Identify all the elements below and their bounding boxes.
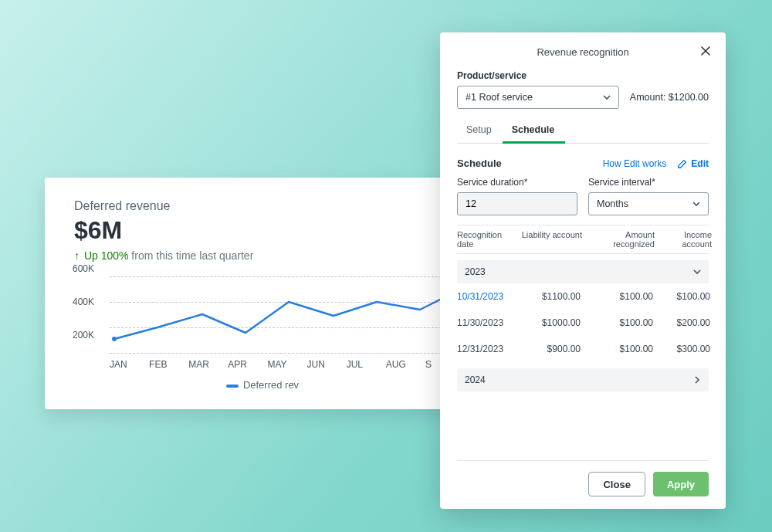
col-liability: Liability account <box>520 230 582 249</box>
interval-label: Service interval* <box>588 177 709 188</box>
tab-setup[interactable]: Setup <box>457 120 503 143</box>
arrow-up-icon: ↑ <box>74 249 80 262</box>
schedule-heading: Schedule <box>457 158 502 169</box>
legend-swatch <box>226 385 239 388</box>
x-tick: MAY <box>267 359 306 370</box>
chart-delta-up: Up 100% <box>84 249 129 262</box>
interval-select[interactable]: Months <box>588 192 709 215</box>
x-tick: JAN <box>110 359 149 370</box>
x-tick: JUL <box>347 359 386 370</box>
table-row[interactable]: 11/30/2023 $1000.00 $100.00 $200.00 <box>457 310 709 336</box>
chart-delta-rest: from this time last quarter <box>128 249 253 262</box>
product-label: Product/service <box>457 70 709 81</box>
chart-legend: Deferred rev <box>74 379 451 391</box>
chart-line <box>110 269 465 354</box>
duration-input[interactable] <box>457 192 577 215</box>
chevron-down-icon <box>693 268 701 276</box>
chevron-down-icon <box>603 93 611 101</box>
chart-x-axis: JAN FEB MAR APR MAY JUN JUL AUG S <box>110 359 465 370</box>
group-label: 2024 <box>465 374 486 385</box>
x-tick: JUN <box>307 359 347 370</box>
table-header: Recognition date Liability account Amoun… <box>457 225 709 254</box>
x-tick: FEB <box>149 359 188 370</box>
svg-point-0 <box>112 337 117 341</box>
deferred-revenue-card: Deferred revenue $6M ↑ Up 100% from this… <box>45 178 477 409</box>
x-tick: AUG <box>386 359 425 370</box>
pencil-icon <box>677 158 688 169</box>
edit-link[interactable]: Edit <box>677 158 709 169</box>
group-label: 2023 <box>465 266 486 277</box>
chart-plot: 600K 400K 200K <box>110 269 465 354</box>
legend-label: Deferred rev <box>243 379 299 391</box>
y-tick: 200K <box>73 330 94 341</box>
chevron-right-icon <box>693 376 701 384</box>
chevron-down-icon <box>692 200 700 208</box>
interval-select-value: Months <box>597 198 628 209</box>
tab-schedule[interactable]: Schedule <box>503 120 566 144</box>
panel-footer: Close Apply <box>457 460 709 496</box>
col-date: Recognition date <box>457 230 520 249</box>
close-button[interactable]: Close <box>588 472 645 496</box>
table-row[interactable]: 12/31/2023 $900.00 $100.00 $300.00 <box>457 336 709 362</box>
chart-value: $6M <box>74 216 451 245</box>
col-recognized: Amount recognized <box>582 230 655 249</box>
product-select-value: #1 Roof service <box>466 92 533 103</box>
revenue-recognition-panel: Revenue recognition Product/service #1 R… <box>440 32 726 509</box>
duration-label: Service duration* <box>457 177 577 188</box>
x-tick: MAR <box>188 359 228 370</box>
apply-button[interactable]: Apply <box>653 472 709 496</box>
how-edit-works-link[interactable]: How Edit works <box>603 158 667 169</box>
amount: Amount: $1200.00 <box>630 92 709 103</box>
col-income: Income account <box>655 230 712 249</box>
group-2023[interactable]: 2023 <box>457 260 709 283</box>
y-tick: 600K <box>73 263 94 274</box>
tabs: Setup Schedule <box>457 120 709 144</box>
group-2024[interactable]: 2024 <box>457 368 709 391</box>
x-tick: APR <box>228 359 267 370</box>
table-row[interactable]: 10/31/2023 $1100.00 $100.00 $100.00 <box>457 283 709 310</box>
chart-delta: ↑ Up 100% from this time last quarter <box>74 249 451 262</box>
chart-title: Deferred revenue <box>74 199 451 213</box>
product-select[interactable]: #1 Roof service <box>457 86 619 109</box>
close-icon[interactable] <box>699 45 712 57</box>
panel-title: Revenue recognition <box>537 46 628 58</box>
y-tick: 400K <box>73 296 94 307</box>
chart-y-axis: 600K 400K 200K <box>73 263 94 341</box>
